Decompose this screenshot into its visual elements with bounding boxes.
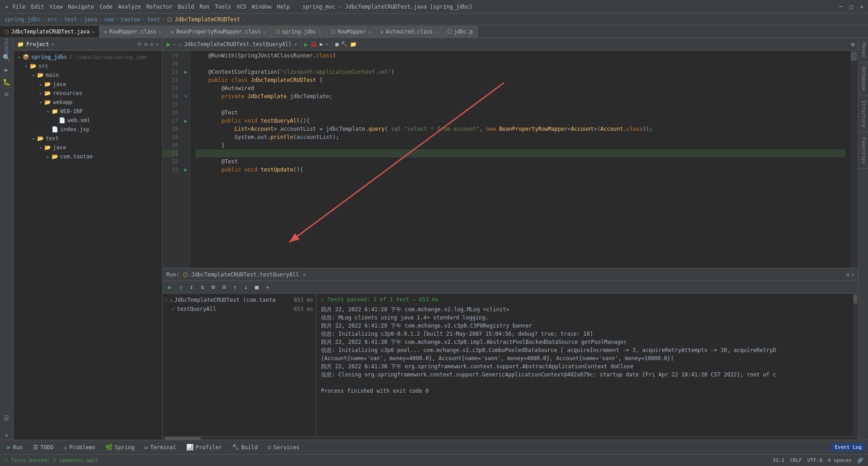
tab-rowmapper[interactable]: ◈ RowMapper.class ✕ xyxy=(99,26,166,38)
scroll-down-button[interactable]: ↓ xyxy=(241,283,250,292)
tree-item-comtaotao[interactable]: ▸ 📂 com.taotao xyxy=(14,152,162,161)
tab-jdbctemplate[interactable]: ⬡ JdbcTemplateCRUDTest.java ✕ xyxy=(0,26,99,38)
event-log-button[interactable]: Event Log xyxy=(831,443,865,451)
menu-file[interactable]: File xyxy=(13,4,26,10)
tab-autowired[interactable]: ◈ Autowired.class ✕ xyxy=(376,26,443,38)
tree-item-java2[interactable]: ▾ 📂 java xyxy=(14,143,162,152)
maximize-button[interactable]: □ xyxy=(850,4,853,10)
menu-vcs[interactable]: VCS xyxy=(236,4,246,10)
tree-item-webinf[interactable]: ▾ 📁 WEB-INF xyxy=(14,107,162,116)
tab-close-rowmapper[interactable]: ✕ xyxy=(159,29,161,34)
menu-tools[interactable]: Tools xyxy=(215,4,231,10)
settings-run-icon[interactable]: ⚙ xyxy=(846,271,849,278)
tree-item-indexjsp[interactable]: ▸ 📄 index.jsp xyxy=(14,125,162,134)
run-button-green[interactable]: ▶ xyxy=(304,41,308,48)
breadcrumb-item-5[interactable]: taotao xyxy=(121,16,140,23)
spring-tool-button[interactable]: 🌿 Spring xyxy=(101,442,139,453)
problems-tool-button[interactable]: ⚠ Problems xyxy=(59,442,100,453)
tree-item-main[interactable]: ▾ 📂 main xyxy=(14,71,162,80)
project-sidebar-icon[interactable]: Project xyxy=(2,40,12,50)
sort-dur-button[interactable]: ⇅ xyxy=(198,283,207,292)
breadcrumb-item-0[interactable]: spring_jdbc xyxy=(5,16,40,23)
run-config-dropdown[interactable]: ▾ xyxy=(294,41,297,48)
todo-tool-button[interactable]: ☰ TODO xyxy=(28,442,58,453)
menu-refactor[interactable]: Refactor xyxy=(146,4,173,10)
scroll-up-button[interactable]: ↑ xyxy=(231,283,240,292)
tree-item-webapp[interactable]: ▾ 📂 webapp xyxy=(14,98,162,107)
close-button[interactable]: ✕ xyxy=(860,4,863,10)
run-sidebar-icon[interactable]: ▶ xyxy=(2,65,12,75)
tab-close-jdbctemplate[interactable]: ✕ xyxy=(92,29,94,34)
run-tool-button[interactable]: ▶ Run xyxy=(3,442,28,453)
run-scrollbar[interactable] xyxy=(853,294,858,436)
close-run-icon[interactable]: ✕ xyxy=(851,271,854,278)
stop-run-button[interactable]: ■ xyxy=(252,283,261,292)
debug-icon[interactable]: 🐛 xyxy=(2,77,12,87)
tree-item-src[interactable]: ▾ 📂 src xyxy=(14,62,162,71)
expand-all-button[interactable]: ⊞ xyxy=(209,283,218,292)
run-tree-root[interactable]: ✓ ☑ JdbcTemplateCRUDTest (com.taota 653 … xyxy=(163,295,316,304)
debug-button[interactable]: 🐞 xyxy=(310,41,317,48)
more-run-actions[interactable]: ⋯ xyxy=(326,41,329,47)
terminal-tool-button[interactable]: ▭ Terminal xyxy=(140,442,181,453)
line-ending[interactable]: CRLF xyxy=(790,457,802,463)
stop-button[interactable]: ■ xyxy=(335,41,339,48)
favorites-icon[interactable]: ★ xyxy=(2,430,12,440)
run-tree-testquerall[interactable]: ✓ testQueryAll 653 ms xyxy=(163,304,316,314)
tab-close-rowmapper2[interactable]: ✕ xyxy=(368,29,371,34)
tab-rowmapper2[interactable]: ⬡ RowMapper ✕ xyxy=(326,26,376,38)
menu-view[interactable]: View xyxy=(49,4,62,10)
run-green-button[interactable]: ▶ xyxy=(166,40,171,48)
menu-build[interactable]: Build xyxy=(178,4,194,10)
menu-window[interactable]: Window xyxy=(252,4,271,10)
tree-item-resources[interactable]: ▸ 📂 resources xyxy=(14,89,162,98)
minimize-button[interactable]: ─ xyxy=(839,4,842,10)
settings-top-icon[interactable]: ⚙ xyxy=(851,41,854,48)
tab-close-springjdbc[interactable]: ✕ xyxy=(319,29,321,34)
close-panel-icon[interactable]: ✕ xyxy=(156,41,159,48)
settings-sidebar-icon[interactable]: ⚙ xyxy=(2,89,12,99)
build-tool-button[interactable]: 🔨 Build xyxy=(227,442,262,453)
profiler-tool-button[interactable]: 📊 Profiler xyxy=(182,442,226,453)
run-horizontal-scrollbar[interactable] xyxy=(163,436,858,440)
rerun-failed-button[interactable]: ↺ xyxy=(176,283,185,292)
tree-item-spring-jdbc[interactable]: ▾ 📦 spring_jdbc C:\idea\Spring\spring_jd… xyxy=(14,52,162,62)
tab-close-autowired[interactable]: ✕ xyxy=(435,29,438,34)
services-tool-button[interactable]: ⚙ Services xyxy=(263,442,304,453)
breadcrumb-item-2[interactable]: test xyxy=(64,16,77,23)
breadcrumb-item-4[interactable]: com xyxy=(104,16,114,23)
code-content[interactable]: @RunWith(SpringJUnit4ClassRunner.class) … xyxy=(191,51,850,268)
run-with-coverage[interactable]: ▶ xyxy=(320,41,323,48)
tree-item-java[interactable]: ▸ 📂 java xyxy=(14,80,162,89)
sort-alpha-button[interactable]: ↕ xyxy=(187,283,196,292)
database-tab[interactable]: Database xyxy=(859,62,868,96)
breadcrumb-item-1[interactable]: src xyxy=(47,16,57,23)
menu-analyze[interactable]: Analyze xyxy=(118,4,141,10)
tab-close-beanproperty[interactable]: ✕ xyxy=(263,29,266,34)
structure-tab[interactable]: Structure xyxy=(859,96,868,133)
cursor-position[interactable]: 31:1 xyxy=(773,457,785,463)
indent-size[interactable]: 4 spaces xyxy=(828,457,852,463)
run-header-close[interactable]: ✕ xyxy=(302,271,306,278)
collapse-all-button[interactable]: ⊟ xyxy=(220,283,229,292)
menu-help[interactable]: Help xyxy=(277,4,290,10)
tab-jdbcp[interactable]: ⬡ jdbc.p xyxy=(443,26,478,38)
breadcrumb-item-3[interactable]: java xyxy=(84,16,97,23)
run-log-panel[interactable]: ✓ Tests passed: 1 of 1 test – 653 ms 四月 … xyxy=(316,294,853,436)
menu-edit[interactable]: Edit xyxy=(31,4,44,10)
breadcrumb-item-7[interactable]: ⬡ JdbcTemplateCRUDTest xyxy=(167,16,241,23)
editor-scrollbar[interactable] xyxy=(850,51,858,268)
tab-springjdbc[interactable]: ⬡ spring.jdbc ✕ xyxy=(271,26,326,38)
find-icon[interactable]: 🔍 xyxy=(2,52,12,62)
menu-code[interactable]: Code xyxy=(99,4,113,10)
tree-item-test[interactable]: ▾ 📂 test xyxy=(14,134,162,143)
file-manager-button[interactable]: 📁 xyxy=(350,41,357,48)
structure-icon[interactable]: ☰ xyxy=(2,413,12,423)
menu-run[interactable]: Run xyxy=(200,4,210,10)
maven-tab[interactable]: Maven xyxy=(859,38,868,62)
breadcrumb-item-6[interactable]: test xyxy=(147,16,160,23)
collapse-icon[interactable]: ⊟ xyxy=(144,41,147,48)
project-dropdown-arrow[interactable]: ▾ xyxy=(52,41,55,48)
gear-icon[interactable]: ⚙ xyxy=(150,41,153,48)
encoding[interactable]: UTF-8 xyxy=(807,457,822,463)
